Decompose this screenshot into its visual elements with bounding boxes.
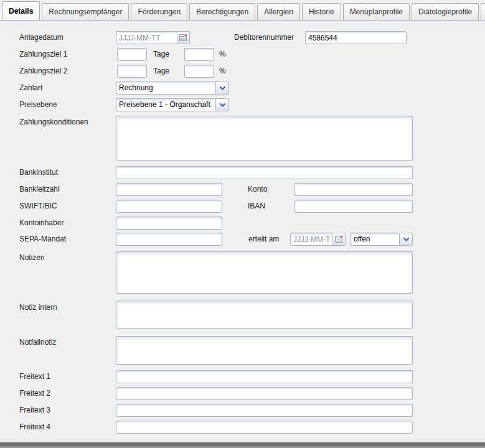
sepa-status-dropdown-button[interactable]: [399, 233, 412, 245]
tab-berechtigungen[interactable]: Berechtigungen: [189, 3, 255, 20]
zahlungsziel2-tage-unit: Tage: [153, 67, 169, 76]
tab-foerderungen[interactable]: Förderungen: [131, 3, 187, 20]
bankleitzahl-label: Bankleitzahl: [19, 185, 60, 194]
tab-historie[interactable]: Historie: [302, 3, 341, 20]
tab-allergien[interactable]: Allergien: [257, 3, 300, 20]
sepa-mandat-input[interactable]: [116, 233, 222, 246]
sepa-mandat-label: SEPA-Mandat: [19, 235, 66, 244]
anlagedatum-date-input[interactable]: [116, 32, 177, 44]
erteilt-am-date-editor[interactable]: [290, 233, 346, 246]
sepa-status-select[interactable]: offen: [351, 233, 413, 246]
tab-details[interactable]: Details: [2, 1, 40, 20]
chevron-down-icon: [403, 238, 409, 241]
swift-bic-input[interactable]: [116, 200, 222, 213]
swift-bic-label: SWIFT/BIC: [19, 202, 57, 211]
zahlungsziel2-tage-input[interactable]: [117, 65, 147, 78]
freitext2-input[interactable]: [116, 387, 413, 400]
freitext1-input[interactable]: [116, 370, 413, 383]
zahlungsziel1-label: Zahlungsziel 1: [19, 50, 67, 59]
preisebene-selected-value: Preisebene 1 - Organschaft: [116, 99, 215, 111]
details-form-window: Details Rechnungsempfänger Förderungen B…: [0, 0, 485, 448]
kontoinhaber-label: Kontoinhaber: [19, 218, 64, 228]
iban-label: IBAN: [248, 202, 265, 211]
bankinstitut-label: Bankinstitut: [19, 168, 58, 177]
chevron-down-icon: [220, 103, 225, 107]
erteilt-am-calendar-button[interactable]: [332, 233, 345, 245]
calendar-icon: [179, 34, 187, 42]
preisebene-label: Preisebene: [19, 100, 57, 110]
tab-historie-label: Historie: [309, 7, 334, 16]
notizen-label: Notizen: [19, 253, 45, 263]
tab-diaetologieprofile-label: Diätologieprofile: [418, 7, 472, 16]
zahlart-select[interactable]: Rechnung: [116, 82, 229, 95]
kontoinhaber-input[interactable]: [116, 217, 222, 230]
tab-berechtigungen-label: Berechtigungen: [196, 7, 248, 16]
bankinstitut-input[interactable]: [116, 166, 413, 179]
iban-input[interactable]: [294, 200, 413, 213]
zahlart-dropdown-button[interactable]: [215, 82, 228, 94]
notfallnotiz-textarea[interactable]: [116, 336, 413, 365]
tab-rechnungsempfaenger[interactable]: Rechnungsempfänger: [42, 3, 129, 20]
zahlungsziel2-percent-unit: %: [219, 67, 226, 76]
notiz-intern-label: Notiz intern: [19, 303, 57, 312]
zahlungsziel1-tage-input[interactable]: [117, 48, 147, 61]
anlagedatum-calendar-button[interactable]: [177, 32, 189, 44]
tab-menueplanprofile-label: Menüplanprofile: [350, 7, 403, 16]
zahlart-label: Zahlart: [19, 83, 42, 93]
erteilt-am-date-input[interactable]: [291, 233, 332, 245]
zahlungsziel1-tage-unit: Tage: [153, 50, 169, 59]
freitext4-label: Freitext 4: [19, 422, 50, 432]
zahlungsziel1-percent-unit: %: [219, 50, 226, 59]
preisebene-dropdown-button[interactable]: [215, 99, 228, 111]
bankleitzahl-input[interactable]: [116, 183, 222, 196]
tab-menueplanprofile[interactable]: Menüplanprofile: [343, 3, 410, 20]
chevron-down-icon: [220, 86, 225, 90]
tab-rechnungsempfaenger-label: Rechnungsempfänger: [49, 7, 122, 16]
konto-label: Konto: [248, 185, 267, 194]
zahlungskonditionen-label: Zahlungskonditionen: [19, 118, 88, 127]
freitext3-label: Freitext 3: [19, 406, 50, 415]
freitext4-input[interactable]: [116, 421, 413, 434]
freitext3-input[interactable]: [116, 404, 413, 417]
zahlungsziel2-prozent-input[interactable]: [184, 65, 214, 78]
debitorennummer-input[interactable]: [305, 31, 407, 44]
debitorennummer-label: Debitorennummer: [234, 33, 294, 42]
notfallnotiz-label: Notfallnotiz: [19, 338, 56, 347]
window-bottom-edge: [0, 441, 485, 448]
freitext2-label: Freitext 2: [19, 389, 50, 398]
zahlungsziel2-label: Zahlungsziel 2: [19, 67, 67, 76]
tab-allergien-label: Allergien: [264, 7, 293, 16]
sepa-status-selected-value: offen: [351, 233, 399, 245]
tab-foerderungen-label: Förderungen: [138, 7, 181, 16]
anlagedatum-label: Anlagedatum: [19, 33, 64, 42]
tab-diaetologieprofile[interactable]: Diätologieprofile: [412, 3, 479, 20]
freitext1-label: Freitext 1: [19, 372, 50, 381]
notiz-intern-textarea[interactable]: [116, 301, 413, 329]
zahlart-selected-value: Rechnung: [116, 82, 215, 94]
erteilt-am-label: erteilt am: [248, 235, 279, 244]
calendar-icon: [335, 235, 343, 243]
konto-input[interactable]: [294, 183, 413, 196]
zahlungsziel1-prozent-input[interactable]: [184, 48, 214, 61]
tab-verpflegstage[interactable]: Verpflegstage: [481, 3, 485, 20]
anlagedatum-date-editor[interactable]: [116, 31, 190, 44]
tab-bar: Details Rechnungsempfänger Förderungen B…: [0, 0, 485, 21]
tab-details-label: Details: [9, 7, 33, 16]
zahlungskonditionen-textarea[interactable]: [116, 116, 413, 161]
notizen-textarea[interactable]: [116, 251, 413, 294]
preisebene-select[interactable]: Preisebene 1 - Organschaft: [116, 98, 229, 111]
